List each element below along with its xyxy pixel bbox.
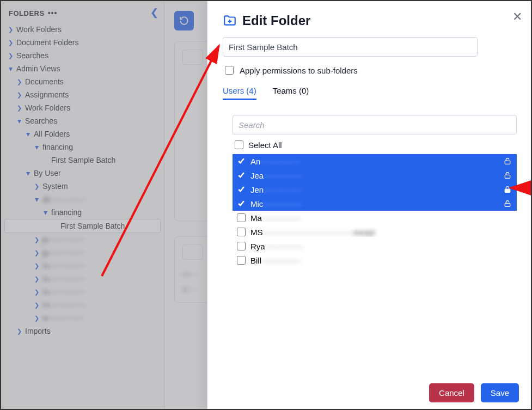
- unlock-icon[interactable]: [503, 170, 512, 180]
- permission-tabs: Users (4) Teams (0): [223, 86, 517, 101]
- tab-teams[interactable]: Teams (0): [273, 86, 309, 100]
- modal-title: Edit Folder: [242, 13, 310, 28]
- user-list: An·················Jea·················J…: [233, 154, 517, 267]
- user-name: Ma·················: [250, 213, 512, 223]
- user-checkbox[interactable]: [237, 199, 246, 208]
- apply-subfolders-label: Apply permissions to sub-folders: [240, 66, 358, 75]
- user-checkbox[interactable]: [237, 171, 246, 180]
- user-row[interactable]: Rya·················: [233, 239, 517, 253]
- user-checkbox[interactable]: [237, 256, 246, 265]
- user-row[interactable]: Bill·················: [233, 253, 517, 267]
- user-row[interactable]: MS······································…: [233, 225, 517, 239]
- edit-folder-modal: ✕ Edit Folder Apply permissions to sub-f…: [207, 1, 532, 410]
- svg-rect-4: [505, 189, 510, 192]
- user-row[interactable]: Ma·················: [233, 211, 517, 225]
- save-button[interactable]: Save: [481, 383, 519, 402]
- user-name: An·················: [250, 157, 499, 166]
- user-name: Rya·················: [250, 242, 512, 251]
- user-search-input[interactable]: [233, 115, 517, 134]
- user-name: Bill·················: [250, 256, 512, 265]
- user-row[interactable]: Mic·················: [233, 197, 517, 211]
- folder-name-input[interactable]: [223, 37, 478, 57]
- user-row[interactable]: Jea·················: [233, 168, 517, 182]
- user-name: Jea·················: [250, 171, 499, 180]
- user-row[interactable]: An·················: [233, 154, 517, 168]
- svg-rect-5: [505, 203, 510, 206]
- user-row[interactable]: Jen·················: [233, 182, 517, 197]
- tab-users[interactable]: Users (4): [223, 86, 256, 100]
- select-all-label: Select All: [248, 140, 282, 150]
- folder-add-icon: [223, 14, 237, 28]
- user-name: Mic·················: [250, 199, 499, 209]
- user-checkbox[interactable]: [237, 228, 246, 236]
- lock-icon[interactable]: [503, 185, 512, 194]
- user-checkbox[interactable]: [237, 185, 246, 194]
- user-checkbox[interactable]: [237, 242, 246, 250]
- svg-rect-2: [505, 161, 510, 164]
- user-checkbox[interactable]: [237, 213, 246, 222]
- apply-subfolders-checkbox[interactable]: [225, 66, 234, 75]
- cancel-button[interactable]: Cancel: [429, 383, 474, 402]
- user-name: Jen·················: [250, 185, 499, 194]
- user-name: MS······································…: [250, 228, 512, 237]
- unlock-icon[interactable]: [503, 199, 512, 209]
- svg-rect-3: [505, 175, 510, 178]
- user-checkbox[interactable]: [237, 157, 246, 166]
- select-all-checkbox[interactable]: [235, 140, 243, 149]
- close-icon[interactable]: ✕: [512, 11, 522, 23]
- unlock-icon[interactable]: [503, 156, 512, 166]
